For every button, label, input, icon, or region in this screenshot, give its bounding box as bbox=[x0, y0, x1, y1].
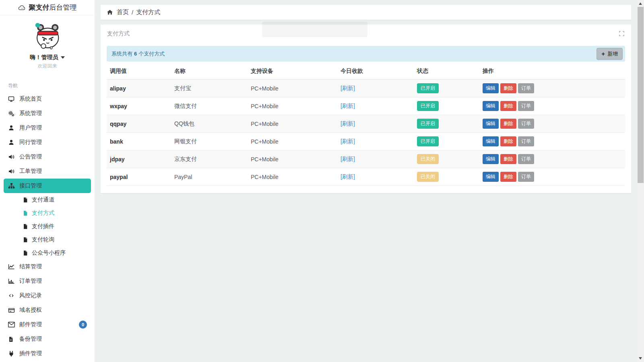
sidebar-item-order-manage[interactable]: 订单管理 bbox=[0, 274, 95, 288]
edit-button[interactable]: 编辑 bbox=[483, 136, 499, 146]
delete-button[interactable]: 删除 bbox=[500, 101, 516, 111]
order-button[interactable]: 订单 bbox=[518, 101, 534, 111]
sidebar-item-pay-method[interactable]: 支付方式 bbox=[0, 206, 95, 220]
table-row: jdpay京东支付PC+Mobile[刷新]已关闭编辑删除订单 bbox=[107, 150, 625, 168]
sidebar-item-peer-manage[interactable]: 同行管理 bbox=[0, 135, 95, 150]
cell-today-income: [刷新] bbox=[337, 97, 414, 115]
plus-icon: + bbox=[601, 52, 605, 56]
file-icon bbox=[23, 210, 28, 216]
cell-name: 京东支付 bbox=[171, 150, 248, 168]
file-text-icon bbox=[8, 336, 15, 343]
order-button[interactable]: 订单 bbox=[518, 83, 534, 93]
edit-button[interactable]: 编辑 bbox=[483, 119, 499, 129]
sidebar-nav: 系统首页系统管理用户管理同行管理公告管理工单管理接口管理支付通道支付方式支付插件… bbox=[0, 92, 95, 361]
welcome-text: 欢迎回来 bbox=[0, 63, 95, 70]
refresh-link[interactable]: [刷新] bbox=[341, 156, 355, 162]
sidebar-item-mp-miniprogram[interactable]: 公众号小程序 bbox=[0, 246, 95, 259]
alert-suffix: 个支付方式 bbox=[138, 50, 165, 58]
edit-button[interactable]: 编辑 bbox=[483, 101, 499, 111]
order-button[interactable]: 订单 bbox=[518, 154, 534, 164]
main-content: 首页 / 支付方式 支付方式 系统共有 6 个支付方式 + 新增 bbox=[95, 0, 637, 362]
edit-button[interactable]: 编辑 bbox=[483, 172, 499, 182]
cell-actions: 编辑删除订单 bbox=[479, 97, 625, 115]
sidebar-item-pay-polling[interactable]: 支付轮询 bbox=[0, 233, 95, 246]
sidebar-item-mail-manage[interactable]: 邮件管理0 bbox=[0, 317, 95, 332]
column-header-1: 名称 bbox=[171, 63, 248, 80]
column-header-4: 状态 bbox=[414, 63, 479, 80]
delete-button[interactable]: 删除 bbox=[500, 83, 516, 93]
sidebar-item-interface-manage[interactable]: 接口管理 bbox=[4, 179, 91, 193]
sidebar-item-label: 插件管理 bbox=[19, 350, 42, 357]
sidebar-item-label: 订单管理 bbox=[19, 278, 42, 285]
cell-code: paypal bbox=[107, 168, 171, 186]
table-row: bank网银支付PC+Mobile[刷新]已开启编辑删除订单 bbox=[107, 133, 625, 150]
plug-icon bbox=[8, 350, 15, 357]
order-button[interactable]: 订单 bbox=[518, 172, 534, 182]
sidebar-item-label: 邮件管理 bbox=[19, 321, 42, 328]
breadcrumb-home[interactable]: 首页 bbox=[117, 8, 129, 16]
user-icon bbox=[8, 139, 15, 146]
sidebar-item-domain-auth[interactable]: 域名授权 bbox=[0, 303, 95, 317]
nav-section-label: 导航 bbox=[8, 82, 95, 89]
sidebar-item-label: 支付插件 bbox=[32, 223, 54, 230]
cell-device: PC+Mobile bbox=[248, 168, 337, 186]
sidebar-item-system-manage[interactable]: 系统管理 bbox=[0, 106, 95, 121]
sidebar-item-label: 工单管理 bbox=[19, 168, 42, 175]
delete-button[interactable]: 删除 bbox=[500, 136, 516, 146]
sidebar-item-settlement-manage[interactable]: 结算管理 bbox=[0, 259, 95, 274]
sidebar-item-announcement-manage[interactable]: 公告管理 bbox=[0, 150, 95, 164]
file-icon bbox=[23, 250, 28, 256]
status-badge: 已开启 bbox=[417, 136, 439, 146]
vertical-scrollbar[interactable] bbox=[637, 0, 644, 362]
sidebar-item-label: 支付方式 bbox=[32, 210, 54, 217]
cell-device: PC+Mobile bbox=[248, 133, 337, 150]
cell-today-income: [刷新] bbox=[337, 133, 414, 150]
order-button[interactable]: 订单 bbox=[518, 136, 534, 146]
status-badge: 已开启 bbox=[417, 101, 439, 111]
fullscreen-icon[interactable] bbox=[619, 31, 625, 37]
add-button[interactable]: + 新增 bbox=[597, 48, 623, 60]
sidebar-item-label: 备份管理 bbox=[19, 335, 42, 343]
sidebar-item-ticket-manage[interactable]: 工单管理 bbox=[0, 164, 95, 179]
breadcrumb-separator: / bbox=[132, 9, 133, 16]
delete-button[interactable]: 删除 bbox=[500, 172, 516, 182]
cell-today-income: [刷新] bbox=[337, 80, 414, 97]
cell-status: 已开启 bbox=[414, 97, 479, 115]
cell-name: QQ钱包 bbox=[171, 115, 248, 133]
cell-device: PC+Mobile bbox=[248, 97, 337, 115]
edit-button[interactable]: 编辑 bbox=[483, 154, 499, 164]
scroll-down-arrow[interactable] bbox=[639, 357, 642, 360]
sidebar-item-label: 风控记录 bbox=[19, 292, 42, 299]
delete-button[interactable]: 删除 bbox=[500, 119, 516, 129]
sidebar-item-label: 结算管理 bbox=[19, 263, 42, 270]
sidebar-item-label: 用户管理 bbox=[19, 124, 42, 132]
delete-button[interactable]: 删除 bbox=[500, 154, 516, 164]
edit-button[interactable]: 编辑 bbox=[483, 83, 499, 93]
scroll-up-arrow[interactable] bbox=[639, 2, 642, 5]
cell-actions: 编辑删除订单 bbox=[479, 80, 625, 97]
cell-status: 已关闭 bbox=[414, 168, 479, 186]
sidebar-item-plugin-manage[interactable]: 插件管理 bbox=[0, 346, 95, 361]
user-icon bbox=[8, 125, 15, 132]
refresh-link[interactable]: [刷新] bbox=[341, 85, 355, 91]
refresh-link[interactable]: [刷新] bbox=[341, 103, 355, 109]
sidebar-item-label: 接口管理 bbox=[19, 182, 42, 189]
refresh-link[interactable]: [刷新] bbox=[341, 138, 355, 144]
payment-methods-panel: 支付方式 系统共有 6 个支付方式 + 新增 bbox=[101, 25, 631, 193]
sidebar-item-risk-records[interactable]: 风控记录 bbox=[0, 288, 95, 303]
user-menu[interactable]: 嗨！管理员 bbox=[0, 54, 95, 61]
order-button[interactable]: 订单 bbox=[518, 119, 534, 129]
cell-code: wxpay bbox=[107, 97, 171, 115]
sidebar-item-system-home[interactable]: 系统首页 bbox=[0, 92, 95, 106]
sidebar-item-backup-manage[interactable]: 备份管理 bbox=[0, 332, 95, 346]
table-row: alipay支付宝PC+Mobile[刷新]已开启编辑删除订单 bbox=[107, 80, 625, 97]
scrollbar-thumb[interactable] bbox=[638, 7, 644, 183]
refresh-link[interactable]: [刷新] bbox=[341, 120, 355, 127]
sidebar-item-pay-plugin[interactable]: 支付插件 bbox=[0, 220, 95, 233]
line-chart-icon bbox=[8, 263, 15, 270]
alert-prefix: 系统共有 bbox=[111, 50, 132, 58]
sidebar-item-pay-channel[interactable]: 支付通道 bbox=[0, 193, 95, 206]
bar-chart-icon bbox=[8, 278, 15, 285]
refresh-link[interactable]: [刷新] bbox=[341, 173, 355, 180]
sidebar-item-user-manage[interactable]: 用户管理 bbox=[0, 121, 95, 135]
